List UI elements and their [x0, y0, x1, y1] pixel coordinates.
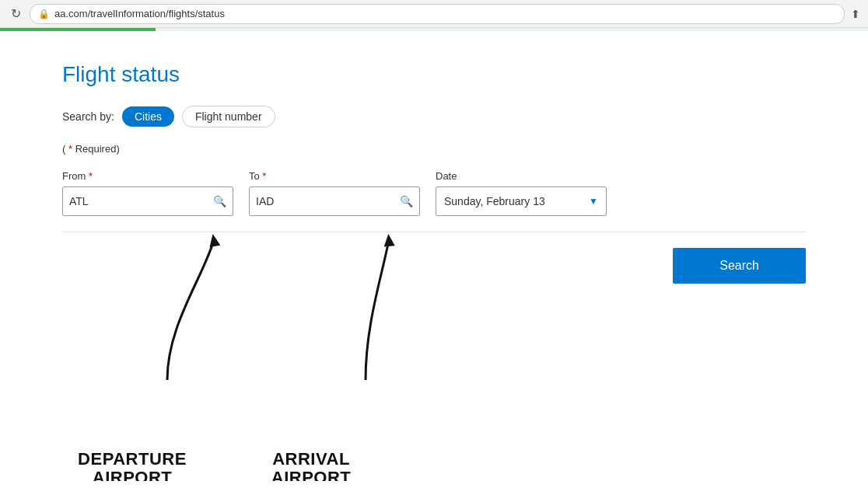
from-group: From * 🔍 — [62, 170, 233, 216]
to-label: To * — [249, 170, 420, 182]
arrival-annotation: ARRIVALAIRPORT — [249, 450, 373, 481]
to-search-icon[interactable]: 🔍 — [400, 195, 413, 207]
from-search-icon[interactable]: 🔍 — [213, 195, 226, 207]
to-input[interactable] — [256, 195, 395, 207]
date-select[interactable]: Sunday, February 13 ▼ — [436, 186, 607, 216]
form-row: From * 🔍 To * 🔍 Date Sunday, February 13… — [62, 170, 806, 232]
search-by-row: Search by: Cities Flight number — [62, 106, 806, 127]
search-button[interactable]: Search — [673, 248, 806, 284]
required-note: ( * Required) — [62, 143, 806, 155]
departure-arrow — [124, 232, 218, 388]
arrival-arrow — [296, 232, 404, 388]
from-input[interactable] — [69, 195, 208, 207]
from-input-wrapper[interactable]: 🔍 — [62, 186, 233, 216]
from-required-star: * — [89, 170, 93, 182]
date-group: Date Sunday, February 13 ▼ — [436, 170, 607, 216]
browser-chrome: ↻ 🔒 aa.com/travelInformation/flights/sta… — [0, 0, 868, 28]
svg-marker-1 — [383, 233, 394, 246]
page-title: Flight status — [62, 62, 806, 87]
tab-flight-number-button[interactable]: Flight number — [182, 106, 275, 127]
lock-icon: 🔒 — [38, 9, 50, 19]
from-label: From * — [62, 170, 233, 182]
to-input-wrapper[interactable]: 🔍 — [249, 186, 420, 216]
active-tab-indicator — [0, 28, 156, 31]
search-by-label: Search by: — [62, 110, 114, 123]
url-bar[interactable]: 🔒 aa.com/travelInformation/flights/statu… — [30, 4, 845, 24]
reload-button[interactable]: ↻ — [8, 6, 23, 21]
date-label: Date — [436, 170, 607, 182]
tab-bar — [0, 28, 868, 31]
to-required-star: * — [262, 170, 266, 182]
tab-cities-button[interactable]: Cities — [122, 106, 174, 127]
svg-marker-0 — [208, 233, 221, 247]
to-group: To * 🔍 — [249, 170, 420, 216]
annotation-area: DEPARTUREAIRPORT ARRIVALAIRPORT Search — [62, 232, 806, 450]
date-value: Sunday, February 13 — [444, 195, 584, 207]
page-content: Flight status Search by: Cities Flight n… — [0, 31, 868, 481]
required-star: * — [68, 143, 72, 155]
share-icon[interactable]: ⬆ — [851, 8, 860, 20]
url-text: aa.com/travelInformation/flights/status — [54, 8, 225, 19]
search-button-container: Search — [673, 248, 806, 284]
chevron-down-icon: ▼ — [589, 196, 598, 207]
departure-annotation: DEPARTUREAIRPORT — [70, 450, 194, 481]
